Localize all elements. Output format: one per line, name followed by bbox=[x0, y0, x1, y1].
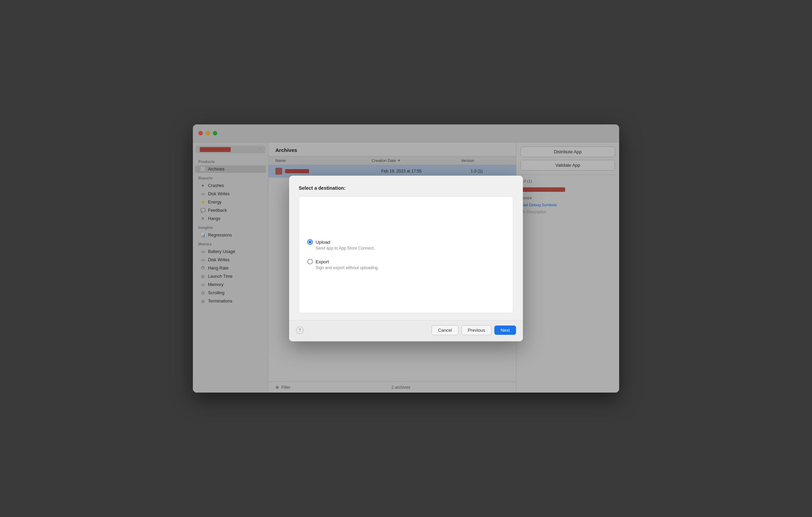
main-window: ⌃ Products ⬜ Archives Reports ✦ Crashes … bbox=[193, 124, 619, 393]
select-destination-modal: Select a destination: Upload Send app to… bbox=[289, 176, 523, 341]
upload-option-description: Send app to App Store Connect. bbox=[316, 246, 505, 251]
modal-footer: ? Cancel Previous Next bbox=[289, 320, 523, 341]
export-option[interactable]: Export Sign and export without uploading… bbox=[307, 259, 505, 270]
modal-footer-left: ? bbox=[296, 327, 304, 334]
next-button[interactable]: Next bbox=[494, 326, 516, 335]
export-option-label-row: Export bbox=[307, 259, 505, 264]
export-radio[interactable] bbox=[307, 259, 313, 264]
modal-body: Select a destination: Upload Send app to… bbox=[289, 176, 523, 320]
modal-title: Select a destination: bbox=[299, 185, 513, 191]
modal-content-area: Upload Send app to App Store Connect. Ex… bbox=[299, 196, 513, 313]
help-button[interactable]: ? bbox=[296, 327, 304, 334]
upload-radio[interactable] bbox=[307, 239, 313, 245]
previous-button[interactable]: Previous bbox=[461, 325, 492, 335]
cancel-button[interactable]: Cancel bbox=[431, 325, 458, 335]
modal-footer-right: Cancel Previous Next bbox=[431, 325, 516, 335]
export-option-description: Sign and export without uploading. bbox=[316, 265, 505, 270]
upload-option[interactable]: Upload Send app to App Store Connect. bbox=[307, 239, 505, 251]
upload-option-name: Upload bbox=[316, 240, 330, 245]
export-option-name: Export bbox=[316, 259, 329, 264]
upload-option-label-row: Upload bbox=[307, 239, 505, 245]
modal-overlay: Select a destination: Upload Send app to… bbox=[193, 124, 619, 393]
